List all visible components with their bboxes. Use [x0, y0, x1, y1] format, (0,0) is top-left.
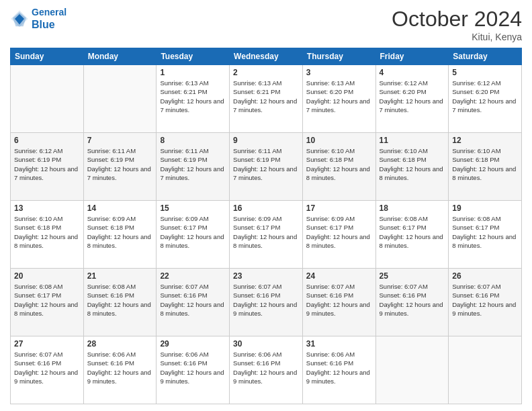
- day-number: 10: [306, 136, 372, 145]
- day-info: Sunrise: 6:12 AMSunset: 6:19 PMDaylight:…: [14, 146, 80, 182]
- day-info: Sunrise: 6:08 AMSunset: 6:17 PMDaylight:…: [380, 214, 445, 250]
- calendar-cell: 1Sunrise: 6:13 AMSunset: 6:21 PMDaylight…: [157, 65, 230, 133]
- calendar-cell: 8Sunrise: 6:11 AMSunset: 6:19 PMDaylight…: [157, 133, 230, 201]
- day-header-tuesday: Tuesday: [157, 48, 230, 65]
- calendar-cell: 23Sunrise: 6:07 AMSunset: 6:16 PMDayligh…: [230, 269, 303, 336]
- day-number: 19: [452, 203, 518, 213]
- day-info: Sunrise: 6:13 AMSunset: 6:21 PMDaylight:…: [233, 79, 299, 114]
- calendar-week-5: 27Sunrise: 6:07 AMSunset: 6:16 PMDayligh…: [11, 336, 522, 404]
- calendar-cell: 18Sunrise: 6:08 AMSunset: 6:17 PMDayligh…: [375, 201, 449, 269]
- logo-icon: [10, 9, 29, 28]
- day-info: Sunrise: 6:08 AMSunset: 6:17 PMDaylight:…: [14, 282, 80, 318]
- day-info: Sunrise: 6:11 AMSunset: 6:19 PMDaylight:…: [87, 146, 153, 182]
- day-number: 20: [14, 271, 80, 281]
- day-info: Sunrise: 6:07 AMSunset: 6:16 PMDaylight:…: [14, 350, 80, 385]
- calendar-cell: 28Sunrise: 6:06 AMSunset: 6:16 PMDayligh…: [83, 336, 157, 404]
- day-number: 21: [87, 271, 153, 281]
- day-number: 30: [233, 339, 299, 349]
- calendar-cell: 7Sunrise: 6:11 AMSunset: 6:19 PMDaylight…: [83, 133, 157, 201]
- calendar-cell: 26Sunrise: 6:07 AMSunset: 6:16 PMDayligh…: [449, 269, 522, 336]
- day-number: 31: [306, 339, 372, 349]
- day-info: Sunrise: 6:09 AMSunset: 6:17 PMDaylight:…: [306, 214, 372, 250]
- day-info: Sunrise: 6:11 AMSunset: 6:19 PMDaylight:…: [160, 146, 226, 182]
- calendar-cell: [11, 65, 84, 133]
- day-info: Sunrise: 6:07 AMSunset: 6:16 PMDaylight:…: [306, 282, 372, 318]
- day-info: Sunrise: 6:06 AMSunset: 6:16 PMDaylight:…: [233, 350, 299, 385]
- calendar-cell: [375, 336, 449, 404]
- day-number: 28: [87, 339, 153, 349]
- calendar-cell: 9Sunrise: 6:11 AMSunset: 6:19 PMDaylight…: [230, 133, 303, 201]
- day-number: 15: [160, 203, 226, 213]
- calendar: SundayMondayTuesdayWednesdayThursdayFrid…: [10, 48, 522, 404]
- day-header-sunday: Sunday: [11, 48, 84, 65]
- day-info: Sunrise: 6:09 AMSunset: 6:18 PMDaylight:…: [87, 214, 153, 250]
- day-info: Sunrise: 6:09 AMSunset: 6:17 PMDaylight:…: [233, 214, 299, 250]
- day-info: Sunrise: 6:07 AMSunset: 6:16 PMDaylight:…: [452, 282, 518, 318]
- day-number: 18: [380, 203, 445, 213]
- day-header-thursday: Thursday: [302, 48, 375, 65]
- calendar-cell: 5Sunrise: 6:12 AMSunset: 6:20 PMDaylight…: [449, 65, 522, 133]
- calendar-week-2: 6Sunrise: 6:12 AMSunset: 6:19 PMDaylight…: [11, 133, 522, 201]
- day-number: 27: [14, 339, 80, 349]
- calendar-cell: 13Sunrise: 6:10 AMSunset: 6:18 PMDayligh…: [11, 201, 84, 269]
- day-header-friday: Friday: [375, 48, 449, 65]
- page: General Blue October 2024 Kitui, Kenya S…: [0, 0, 532, 411]
- day-info: Sunrise: 6:06 AMSunset: 6:16 PMDaylight:…: [87, 350, 153, 385]
- day-info: Sunrise: 6:11 AMSunset: 6:19 PMDaylight:…: [233, 146, 299, 182]
- day-header-wednesday: Wednesday: [230, 48, 303, 65]
- logo-blue: Blue: [32, 19, 55, 30]
- day-number: 5: [452, 68, 518, 77]
- day-info: Sunrise: 6:10 AMSunset: 6:18 PMDaylight:…: [306, 146, 372, 182]
- day-info: Sunrise: 6:13 AMSunset: 6:21 PMDaylight:…: [160, 79, 226, 114]
- day-info: Sunrise: 6:10 AMSunset: 6:18 PMDaylight:…: [14, 214, 80, 250]
- day-number: 26: [452, 271, 518, 281]
- calendar-cell: 12Sunrise: 6:10 AMSunset: 6:18 PMDayligh…: [449, 133, 522, 201]
- calendar-cell: 30Sunrise: 6:06 AMSunset: 6:16 PMDayligh…: [230, 336, 303, 404]
- calendar-week-1: 1Sunrise: 6:13 AMSunset: 6:21 PMDaylight…: [11, 65, 522, 133]
- day-number: 4: [380, 68, 445, 77]
- day-number: 16: [233, 203, 299, 213]
- calendar-cell: 17Sunrise: 6:09 AMSunset: 6:17 PMDayligh…: [302, 201, 375, 269]
- day-info: Sunrise: 6:12 AMSunset: 6:20 PMDaylight:…: [380, 79, 445, 114]
- calendar-cell: 15Sunrise: 6:09 AMSunset: 6:17 PMDayligh…: [157, 201, 230, 269]
- calendar-cell: 25Sunrise: 6:07 AMSunset: 6:16 PMDayligh…: [375, 269, 449, 336]
- calendar-cell: 10Sunrise: 6:10 AMSunset: 6:18 PMDayligh…: [302, 133, 375, 201]
- location: Kitui, Kenya: [392, 32, 522, 42]
- day-number: 6: [14, 136, 80, 145]
- calendar-cell: 31Sunrise: 6:06 AMSunset: 6:16 PMDayligh…: [302, 336, 375, 404]
- calendar-cell: 24Sunrise: 6:07 AMSunset: 6:16 PMDayligh…: [302, 269, 375, 336]
- calendar-cell: 16Sunrise: 6:09 AMSunset: 6:17 PMDayligh…: [230, 201, 303, 269]
- day-number: 22: [160, 271, 226, 281]
- calendar-cell: 19Sunrise: 6:08 AMSunset: 6:17 PMDayligh…: [449, 201, 522, 269]
- day-header-monday: Monday: [83, 48, 157, 65]
- calendar-header-row: SundayMondayTuesdayWednesdayThursdayFrid…: [11, 48, 522, 65]
- day-info: Sunrise: 6:07 AMSunset: 6:16 PMDaylight:…: [233, 282, 299, 318]
- day-info: Sunrise: 6:08 AMSunset: 6:17 PMDaylight:…: [452, 214, 518, 250]
- calendar-cell: 22Sunrise: 6:07 AMSunset: 6:16 PMDayligh…: [157, 269, 230, 336]
- day-number: 9: [233, 136, 299, 145]
- day-info: Sunrise: 6:08 AMSunset: 6:16 PMDaylight:…: [87, 282, 153, 318]
- day-info: Sunrise: 6:10 AMSunset: 6:18 PMDaylight:…: [452, 146, 518, 182]
- day-number: 3: [306, 68, 372, 77]
- day-info: Sunrise: 6:06 AMSunset: 6:16 PMDaylight:…: [306, 350, 372, 385]
- day-number: 12: [452, 136, 518, 145]
- day-number: 24: [306, 271, 372, 281]
- day-number: 2: [233, 68, 299, 77]
- calendar-cell: 2Sunrise: 6:13 AMSunset: 6:21 PMDaylight…: [230, 65, 303, 133]
- day-number: 23: [233, 271, 299, 281]
- day-number: 25: [380, 271, 445, 281]
- calendar-cell: 21Sunrise: 6:08 AMSunset: 6:16 PMDayligh…: [83, 269, 157, 336]
- calendar-cell: 20Sunrise: 6:08 AMSunset: 6:17 PMDayligh…: [11, 269, 84, 336]
- header: General Blue October 2024 Kitui, Kenya: [10, 7, 522, 42]
- month-title: October 2024: [392, 7, 522, 32]
- day-info: Sunrise: 6:10 AMSunset: 6:18 PMDaylight:…: [380, 146, 445, 182]
- day-number: 14: [87, 203, 153, 213]
- calendar-week-4: 20Sunrise: 6:08 AMSunset: 6:17 PMDayligh…: [11, 269, 522, 336]
- day-number: 17: [306, 203, 372, 213]
- day-number: 11: [380, 136, 445, 145]
- day-info: Sunrise: 6:07 AMSunset: 6:16 PMDaylight:…: [160, 282, 226, 318]
- day-info: Sunrise: 6:06 AMSunset: 6:16 PMDaylight:…: [160, 350, 226, 385]
- day-info: Sunrise: 6:12 AMSunset: 6:20 PMDaylight:…: [452, 79, 518, 114]
- calendar-cell: 27Sunrise: 6:07 AMSunset: 6:16 PMDayligh…: [11, 336, 84, 404]
- day-info: Sunrise: 6:09 AMSunset: 6:17 PMDaylight:…: [160, 214, 226, 250]
